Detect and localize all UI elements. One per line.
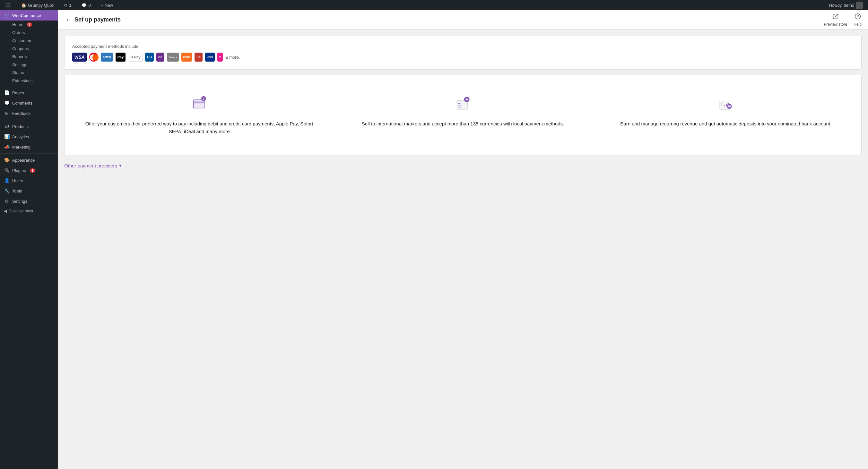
accepted-label: Accepted payment methods include: (72, 44, 854, 49)
svg-rect-19 (726, 104, 727, 106)
avatar (856, 2, 863, 9)
and-more-label: & more. (225, 55, 240, 60)
sidebar: 🛒 WooCommerce Home 6 Orders Customers Co… (0, 10, 58, 469)
international-feature-icon (453, 94, 472, 113)
sidebar-sub-extensions[interactable]: Extensions (0, 77, 58, 85)
collapse-menu[interactable]: ◀ Collapse menu (0, 206, 58, 216)
sidebar-item-woocommerce[interactable]: 🛒 WooCommerce (0, 10, 58, 21)
feature-item-recurring: Earn and manage recurring revenue and ge… (598, 88, 854, 142)
svg-point-14 (466, 99, 468, 100)
marketing-icon: 📣 (4, 144, 10, 149)
home-badge: 6 (27, 23, 32, 27)
admin-bar-howdy[interactable]: Howdy, demo (826, 0, 865, 10)
back-button[interactable]: ‹ (64, 15, 71, 24)
svg-text:$: $ (203, 97, 205, 100)
google-pay-icon: G Pay (128, 53, 143, 62)
payments-feature-icon: $ (190, 94, 210, 113)
pages-icon: 📄 (4, 90, 10, 95)
feedback-icon: ✉ (4, 111, 10, 116)
howdy-text: Howdy, demo (829, 3, 854, 8)
payment-icons: VISA ⬤⬤ AMEX Pay G Pay CB GP Diners DISC… (72, 53, 854, 62)
sidebar-item-tools[interactable]: 🔧 Tools (0, 186, 58, 196)
preview-store-button[interactable]: Preview store (824, 13, 847, 27)
sidebar-item-appearance[interactable]: 🎨 Appearance (0, 155, 58, 165)
sidebar-sub-home[interactable]: Home 6 (0, 21, 58, 29)
svg-rect-17 (721, 104, 722, 105)
settings-icon: ⚙ (4, 199, 10, 204)
comments-icon: 💬 (82, 3, 87, 8)
sidebar-item-pages[interactable]: 📄 Pages (0, 88, 58, 98)
svg-rect-11 (458, 105, 461, 106)
sidebar-item-feedback[interactable]: ✉ Feedback (0, 108, 58, 119)
products-icon: 🏷 (4, 124, 10, 129)
users-icon: 👤 (4, 178, 10, 183)
content-area: ‹ Set up payments Preview store Help (58, 10, 868, 469)
amex-icon: AMEX (101, 53, 113, 62)
svg-rect-4 (193, 102, 205, 104)
sidebar-sub-reports[interactable]: Reports (0, 53, 58, 61)
discover-icon: DISC (181, 53, 192, 62)
collapse-icon: ◀ (4, 209, 7, 213)
site-name: Grumpy Quoll (28, 3, 54, 8)
appearance-icon: 🎨 (4, 158, 10, 163)
apple-pay-icon: Pay (116, 53, 126, 62)
svg-rect-18 (721, 105, 722, 106)
comments-nav-icon: 💬 (4, 100, 10, 105)
chevron-down-icon: ▾ (119, 163, 122, 168)
header-actions: Preview store Help (824, 13, 862, 27)
plugins-icon: 🔌 (4, 168, 10, 173)
payment-methods-card: Accepted payment methods include: VISA ⬤… (64, 36, 862, 70)
admin-bar-logo[interactable]: ☉ (3, 0, 13, 10)
feature-item-international: Sell to international markets and accept… (335, 88, 590, 142)
external-link-icon (832, 13, 839, 21)
unionpay-icon: UP (194, 53, 203, 62)
svg-rect-3 (193, 100, 205, 108)
svg-rect-12 (458, 106, 461, 108)
analytics-icon: 📊 (4, 134, 10, 139)
sidebar-item-marketing[interactable]: 📣 Marketing (0, 142, 58, 152)
updates-count: 1 (69, 3, 71, 8)
woocommerce-icon: 🛒 (4, 13, 10, 18)
features-grid: $ Offer your customers their preferred w… (72, 88, 854, 142)
updates-icon: ↻ (64, 3, 67, 8)
svg-line-0 (835, 14, 838, 17)
sidebar-sub-orders[interactable]: Orders (0, 29, 58, 37)
home-sub-label: Home (12, 22, 24, 27)
home-icon: 🏠 (21, 3, 26, 8)
sidebar-sub-coupons[interactable]: Coupons (0, 44, 58, 53)
feature-text-payments: Offer your customers their preferred way… (79, 120, 321, 135)
sidebar-item-settings[interactable]: ⚙ Settings (0, 196, 58, 206)
diners-club-icon: Diners (167, 53, 179, 62)
plugins-badge: 1 (30, 168, 36, 173)
visa-icon: VISA (72, 53, 87, 62)
mastercard-icon: ⬤⬤ (89, 53, 98, 62)
admin-bar: ☉ 🏠 Grumpy Quoll ↻ 1 💬 0 + New Howdy, de… (0, 0, 868, 10)
admin-bar-comments[interactable]: 💬 0 (79, 0, 93, 10)
page-title: Set up payments (74, 16, 824, 23)
admin-bar-site[interactable]: 🏠 Grumpy Quoll (19, 0, 56, 10)
wordpress-icon: ☉ (5, 1, 11, 9)
feature-text-international: Sell to international markets and accept… (362, 120, 564, 128)
sidebar-item-comments[interactable]: 💬 Comments (0, 98, 58, 108)
sidebar-sub-status[interactable]: Status (0, 69, 58, 77)
sidebar-item-products[interactable]: 🏷 Products (0, 121, 58, 132)
admin-bar-updates[interactable]: ↻ 1 (61, 0, 74, 10)
woocommerce-label: WooCommerce (12, 13, 41, 18)
sidebar-sub-settings[interactable]: Settings (0, 61, 58, 69)
features-card: $ Offer your customers their preferred w… (64, 75, 862, 155)
help-button[interactable]: Help (854, 13, 862, 27)
sidebar-item-users[interactable]: 👤 Users (0, 175, 58, 186)
feature-text-recurring: Earn and manage recurring revenue and ge… (620, 120, 831, 128)
sidebar-item-plugins[interactable]: 🔌 Plugins 1 (0, 165, 58, 175)
sidebar-item-analytics[interactable]: 📊 Analytics (0, 132, 58, 142)
content-scroll[interactable]: Accepted payment methods include: VISA ⬤… (58, 30, 868, 469)
preview-store-label: Preview store (824, 22, 847, 27)
main-layout: 🛒 WooCommerce Home 6 Orders Customers Co… (0, 10, 868, 469)
admin-bar-new[interactable]: + New (98, 0, 116, 10)
jcb-icon: JCB (205, 53, 215, 62)
more-icon: 2 (217, 53, 223, 62)
other-providers-button[interactable]: Other payment providers ▾ (64, 160, 122, 171)
feature-item-payments: $ Offer your customers their preferred w… (72, 88, 328, 142)
svg-rect-21 (724, 105, 725, 106)
sidebar-sub-customers[interactable]: Customers (0, 37, 58, 44)
